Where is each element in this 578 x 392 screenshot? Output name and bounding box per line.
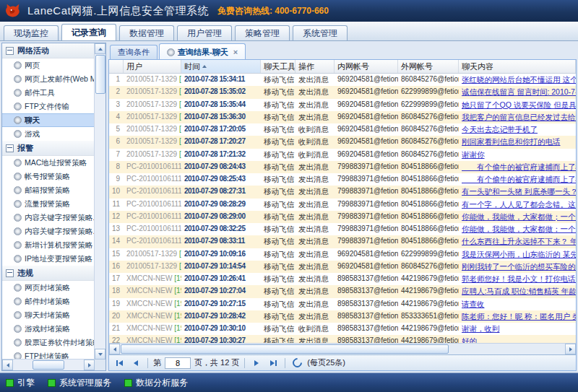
sidebar-item-keyword-alert-mail[interactable]: 内容关键字报警策略.邮 xyxy=(2,225,95,238)
close-tab-icon[interactable]: × xyxy=(233,48,238,56)
table-row[interactable]: 14PC-201001061112010-07-29 08:33:11移动飞信发… xyxy=(109,235,576,248)
sidebar-group-network-activity[interactable]: 网络活动 xyxy=(2,43,95,58)
sidebar-item-chat-block[interactable]: 聊天封堵策略 xyxy=(2,308,95,322)
grid-horizontal-scrollbar[interactable] xyxy=(109,343,576,354)
horizontal-scroll-thumb[interactable] xyxy=(121,344,449,354)
chat-content-link[interactable]: 你能做，我能做，大家都做；一个人能做，两 xyxy=(462,212,576,221)
column-header-tool[interactable]: 聊天工具 xyxy=(261,60,296,73)
chat-content-link[interactable]: 谢谢，收到 xyxy=(462,324,500,333)
main-nav-tab-record-query[interactable]: 记录查询 xyxy=(61,24,116,40)
table-row[interactable]: 8PC-201001061112010-07-29 08:24:43移动飞信发出… xyxy=(109,161,576,173)
page-number-input[interactable] xyxy=(165,357,191,369)
table-row[interactable]: 1520100517-1329[12010-07-29 10:09:16移动飞信… xyxy=(109,248,576,261)
chat-content-link[interactable]: 什么东西往上升永远掉不下来？ 年龄 xyxy=(462,237,576,245)
table-row[interactable]: 520100517-1329[12010-07-28 17:20:05移动飞信收… xyxy=(109,123,576,136)
chat-content-link[interactable]: 应聘人:马百成 职位:销售精英 年龄:24 性别(0 xyxy=(462,287,576,295)
sidebar-item-mailbox-alert[interactable]: 邮箱报警策略 xyxy=(2,183,95,197)
table-row[interactable]: 1620100517-1329[12010-07-29 10:14:54移动飞信… xyxy=(109,261,576,273)
sidebar-item-ip-change-alert[interactable]: IP地址变更报警策略 xyxy=(2,252,95,266)
sidebar-item-traffic-alert[interactable]: 流量报警策略 xyxy=(2,197,95,211)
sidebar-item-mac-alert[interactable]: MAC地址报警策略 xyxy=(2,156,95,170)
chat-content-link[interactable]: 我是沃保网小雨，山东临沂的 某先生1386497 xyxy=(462,250,576,258)
table-row[interactable]: 22XMCCN-NEW[19:2010-07-29 10:30:27移动飞信发出… xyxy=(109,335,576,343)
sidebar-item-ftp-block[interactable]: FTP封堵策略 xyxy=(2,349,95,360)
sidebar-item-ftp-transfer[interactable]: FTP文件传输 xyxy=(2,100,95,113)
chat-content-link[interactable]: 刚回家看到信息和你打的电话 xyxy=(462,137,561,146)
chat-content-link[interactable]: 有个偷牛的被官府逮捕而上了枷锁。熟人! xyxy=(462,175,576,183)
sidebar-group-alerts[interactable]: 报警 xyxy=(2,141,95,156)
main-nav-tab-policy-manage[interactable]: 策略管理 xyxy=(235,25,290,40)
sidebar-item-games[interactable]: 游戏 xyxy=(2,127,95,141)
column-header-row-number[interactable] xyxy=(109,60,124,73)
table-row[interactable]: 10PC-201001061112010-07-29 08:27:31移动飞信发… xyxy=(109,186,576,198)
chat-content-link[interactable]: 刚刚我转了一个临沂的想买车险的客户给张红 xyxy=(462,262,576,271)
chat-content-link[interactable]: 谢谢你 xyxy=(462,150,485,159)
collapse-icon[interactable] xyxy=(6,269,14,277)
sidebar-item-mail-block[interactable]: 邮件封堵策略 xyxy=(2,295,95,308)
next-page-button[interactable] xyxy=(250,357,263,369)
sidebar-item-account-alert[interactable]: 帐号报警策略 xyxy=(2,170,95,183)
scroll-right-button[interactable] xyxy=(565,344,576,354)
chat-content-link[interactable]: 她只留了个QQ 说要买保险 但是具体的您回去 xyxy=(462,100,576,109)
sidebar-item-web-block[interactable]: 网页封堵策略 xyxy=(2,281,95,295)
table-row[interactable]: 20XMCCN-NEW[19:2010-07-29 10:28:42移动飞信发出… xyxy=(109,310,576,323)
main-nav-tab-system-manage[interactable]: 系统管理 xyxy=(293,25,348,40)
sidebar-item-new-computer-alert[interactable]: 新增计算机报警策略 xyxy=(2,238,95,252)
refresh-button[interactable] xyxy=(290,357,303,369)
column-header-user[interactable]: 用户 xyxy=(124,60,181,73)
chat-content-link[interactable]: 有一个字，人人见了都会念错。这是什么字？ xyxy=(462,200,576,209)
main-nav-tab-user-manage[interactable]: 用户管理 xyxy=(177,25,232,40)
content-tab-query-results-chat[interactable]: 查询结果-聊天× xyxy=(159,43,246,60)
sidebar-item-chat[interactable]: 聊天 xyxy=(2,113,95,127)
scroll-right-button[interactable] xyxy=(84,360,95,370)
column-header-external[interactable]: 外网帐号 xyxy=(398,60,459,73)
table-row[interactable]: 120100517-1329[12010-07-28 15:34:11移动飞信发… xyxy=(109,74,576,86)
prev-page-button[interactable] xyxy=(129,357,142,369)
main-nav-tab-data-manage[interactable]: 数据管理 xyxy=(119,25,174,40)
sidebar-item-mail-tools[interactable]: 邮件工具 xyxy=(2,86,95,100)
vertical-scroll-thumb[interactable] xyxy=(95,55,105,94)
column-header-internal[interactable]: 内网帐号 xyxy=(335,60,398,73)
collapse-icon[interactable] xyxy=(6,47,14,55)
chat-content-link[interactable]: 有个偷牛的被官府逮捕而上了枷锁。熟人! xyxy=(462,162,576,171)
last-page-button[interactable] xyxy=(267,357,280,369)
sidebar-item-webmail[interactable]: 网页上发邮件(Web Mai xyxy=(2,72,95,86)
table-row[interactable]: 620100517-1329[12010-07-28 17:20:27移动飞信收… xyxy=(109,136,576,148)
horizontal-scroll-thumb[interactable] xyxy=(33,360,64,370)
chat-content-link[interactable]: 有一头驴和一头猪 到底杀哪一头？ 答案：杀猪 xyxy=(462,187,576,196)
chat-content-link[interactable]: 郭老师您好！我是小文！打你电话没有接，有 xyxy=(462,274,576,283)
first-page-button[interactable] xyxy=(113,357,126,369)
sidebar-item-stock-block[interactable]: 股票证券软件封堵策略 xyxy=(2,336,95,349)
column-header-time[interactable]: 时间 xyxy=(181,60,261,73)
chat-content-link[interactable]: 好的 xyxy=(462,336,477,343)
scroll-down-button[interactable] xyxy=(95,349,105,360)
scroll-up-button[interactable] xyxy=(95,43,105,54)
sidebar-item-game-block[interactable]: 游戏封堵策略 xyxy=(2,322,95,336)
table-row[interactable]: 220100517-1329[12010-07-28 15:35:02移动飞信发… xyxy=(109,86,576,98)
chat-content-link[interactable]: 诚信保在线留言 留言时间: 2010-7-28 10:50:0 xyxy=(462,87,576,96)
chat-content-link[interactable]: 陈老师：您好！昵 称：匿名用户 类别：未知 xyxy=(462,312,576,321)
chat-content-link[interactable]: 今天出去忘记带手机了 xyxy=(462,125,538,134)
chat-content-link[interactable]: 张红晓的网站后台她不懂运用 这个您有空记得 xyxy=(462,75,576,84)
table-row[interactable]: 18XMCCN-NEW[19:2010-07-29 10:27:04移动飞信发出… xyxy=(109,285,576,297)
sidebar-vertical-scrollbar[interactable] xyxy=(94,43,105,360)
table-row[interactable]: 320100517-1329[12010-07-28 15:35:44移动飞信发… xyxy=(109,99,576,111)
column-header-action[interactable]: 操作 xyxy=(296,60,335,73)
table-row[interactable]: 11PC-201001061112010-07-29 08:28:29移动飞信发… xyxy=(109,199,576,211)
table-row[interactable]: 420100517-1329[12010-07-28 15:36:30移动飞信发… xyxy=(109,111,576,123)
table-row[interactable]: 17XMCCN-NEW[19:2010-07-29 10:26:41移动飞信发出… xyxy=(109,273,576,285)
table-row[interactable]: 12PC-201001061112010-07-29 08:29:00移动飞信发… xyxy=(109,211,576,223)
column-header-content[interactable]: 聊天内容 xyxy=(459,60,576,73)
chat-content-link[interactable]: 我把客户的留言信息已经发过去给她了 xyxy=(462,113,576,121)
sidebar-horizontal-scrollbar[interactable] xyxy=(2,359,95,370)
collapse-icon[interactable] xyxy=(6,144,14,152)
table-row[interactable]: 9PC-201001061112010-07-29 08:25:43移动飞信发出… xyxy=(109,173,576,186)
table-row[interactable]: 19XMCCN-NEW[19:2010-07-29 10:27:15移动飞信发出… xyxy=(109,298,576,310)
table-row[interactable]: 21XMCCN-NEW[19:2010-07-29 10:30:10移动飞信收到… xyxy=(109,323,576,335)
table-row[interactable]: 720100517-1329[12010-07-28 17:21:32移动飞信收… xyxy=(109,149,576,161)
chat-content-link[interactable]: 你能做，我能做，大家都做；一个人能做，两 xyxy=(462,225,576,233)
table-row[interactable]: 13PC-201001061112010-07-29 08:32:25移动飞信发… xyxy=(109,223,576,235)
sidebar-item-web[interactable]: 网页 xyxy=(2,58,95,72)
scroll-left-button[interactable] xyxy=(2,360,13,370)
main-nav-tab-site-monitor[interactable]: 现场监控 xyxy=(4,25,59,40)
